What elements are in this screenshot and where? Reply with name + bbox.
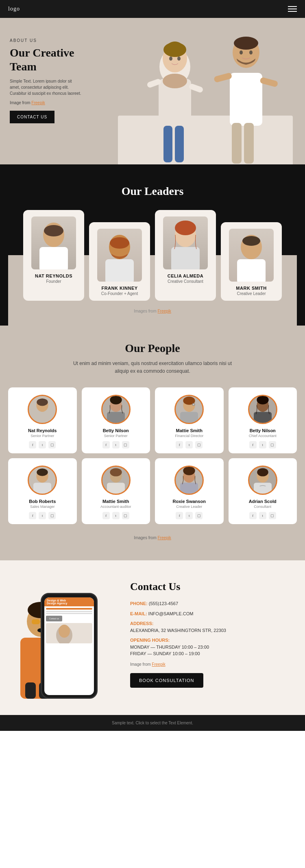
- social-icons-1: f t ▢: [86, 441, 146, 448]
- social-icons-7: f t ▢: [233, 512, 293, 519]
- svg-point-7: [168, 42, 182, 51]
- contact-us-button[interactable]: CONTACT US: [10, 111, 54, 123]
- people-card-6: Roxie Swanson Creative Leader f t ▢: [155, 458, 224, 524]
- facebook-icon-1[interactable]: f: [102, 441, 110, 448]
- people-role-3: Chief Accountant: [233, 434, 293, 438]
- people-role-6: Creative Leader: [159, 505, 220, 509]
- people-role-2: Financial Director: [159, 434, 220, 438]
- contact-email-label: E-MAIL:: [130, 611, 147, 616]
- twitter-icon-0[interactable]: t: [39, 441, 46, 448]
- facebook-icon-0[interactable]: f: [29, 441, 36, 448]
- people-name-6: Roxie Swanson: [159, 499, 220, 504]
- leader-name-frank: FRANK KINNEY: [94, 286, 145, 291]
- svg-point-55: [183, 466, 195, 475]
- instagram-icon-7[interactable]: ▢: [269, 512, 276, 519]
- contact-hours-label: OPENING HOURS:: [130, 638, 170, 643]
- leader-role-frank: Co-Founder + Agent: [94, 291, 145, 296]
- leaders-image-credit: Images from Freepik: [8, 301, 297, 326]
- people-avatar-6: [174, 466, 204, 495]
- leaders-title: Our Leaders: [8, 185, 297, 198]
- svg-rect-13: [232, 123, 242, 164]
- contact-freepik-link[interactable]: Freepik: [152, 662, 165, 667]
- instagram-icon-0[interactable]: ▢: [48, 441, 56, 448]
- people-avatar-2: [174, 395, 204, 424]
- menu-line: [288, 6, 297, 7]
- footer: Sample text. Click to select the Text El…: [0, 715, 305, 731]
- menu-button[interactable]: [288, 6, 297, 12]
- instagram-icon-5[interactable]: ▢: [122, 512, 129, 519]
- people-avatar-0: [28, 395, 57, 424]
- instagram-icon-1[interactable]: ▢: [122, 441, 129, 448]
- book-consultation-button[interactable]: BOOK CONSULTATION: [130, 673, 203, 688]
- instagram-icon-4[interactable]: ▢: [48, 512, 56, 519]
- logo: logo: [8, 6, 20, 12]
- svg-rect-51: [107, 483, 125, 494]
- twitter-icon-3[interactable]: t: [259, 441, 266, 448]
- contact-address-row: ADDRESS: ALEXANDRIA, 32 WASHINGTORN STR,…: [130, 620, 297, 634]
- svg-point-26: [110, 237, 129, 249]
- phone-content: Contact us: [44, 606, 94, 645]
- people-avatar-7: [248, 466, 277, 495]
- svg-point-9: [177, 57, 181, 61]
- svg-rect-12: [230, 73, 262, 126]
- instagram-icon-2[interactable]: ▢: [195, 441, 203, 448]
- svg-point-49: [37, 469, 48, 476]
- people-image-credit: Images from Freepik: [8, 529, 297, 552]
- hero-title: Our Creative Team: [10, 46, 83, 73]
- twitter-icon-7[interactable]: t: [259, 512, 266, 519]
- svg-rect-34: [33, 412, 51, 423]
- leaders-freepik-link[interactable]: Freepik: [158, 309, 171, 313]
- contact-phone: (555)123-4567: [149, 601, 178, 606]
- svg-rect-28: [171, 247, 200, 269]
- facebook-icon-6[interactable]: f: [176, 512, 183, 519]
- social-icons-5: f t ▢: [86, 512, 146, 519]
- people-title: Our People: [8, 342, 297, 355]
- contact-title: Contact Us: [130, 581, 297, 593]
- leader-card-mark: MARK SMITH Creative Leader: [221, 222, 282, 301]
- social-icons-6: f t ▢: [159, 512, 220, 519]
- svg-point-2: [163, 74, 187, 88]
- people-grid-row1: Nat Reynolds Senior Partner f t ▢ Betty …: [8, 387, 297, 453]
- twitter-icon-2[interactable]: t: [185, 441, 193, 448]
- svg-rect-4: [175, 126, 184, 162]
- twitter-icon-6[interactable]: t: [185, 512, 193, 519]
- svg-rect-60: [25, 682, 36, 699]
- freepik-link[interactable]: Freepik: [31, 101, 45, 105]
- people-role-1: Senior Partner: [86, 434, 146, 438]
- twitter-icon-5[interactable]: t: [112, 512, 120, 519]
- svg-rect-40: [180, 412, 198, 423]
- leader-role-mark: Creative Leader: [226, 291, 277, 296]
- svg-rect-31: [237, 259, 266, 282]
- people-name-1: Betty Nilson: [86, 428, 146, 433]
- people-card-5: Mattie Smith Accountant-auditor f t ▢: [82, 458, 150, 524]
- svg-point-8: [169, 57, 172, 61]
- people-freepik-link[interactable]: Freepik: [158, 536, 171, 540]
- facebook-icon-2[interactable]: f: [176, 441, 183, 448]
- facebook-icon-4[interactable]: f: [29, 512, 36, 519]
- instagram-icon-6[interactable]: ▢: [195, 512, 203, 519]
- svg-rect-54: [180, 483, 198, 494]
- people-description: Ut enim ad minim veniam, quis nostrud ex…: [71, 360, 234, 375]
- twitter-icon-4[interactable]: t: [39, 512, 46, 519]
- svg-rect-48: [33, 483, 51, 494]
- contact-section: Design & WebDesign Agency Contact us: [0, 560, 305, 715]
- hero-description: Simple Text. Lorem ipsum dolor sit amet,…: [10, 78, 83, 96]
- people-card-3: Betty Nilson Chief Accountant f t ▢: [229, 387, 297, 453]
- navbar: logo: [0, 0, 305, 18]
- leader-role-celia: Creative Consultant: [160, 279, 211, 284]
- leader-name-nat: NAT REYNOLDS: [28, 273, 79, 278]
- instagram-icon-3[interactable]: ▢: [269, 441, 276, 448]
- twitter-icon-1[interactable]: t: [112, 441, 120, 448]
- facebook-icon-7[interactable]: f: [249, 512, 257, 519]
- svg-point-29: [175, 221, 196, 235]
- facebook-icon-3[interactable]: f: [249, 441, 257, 448]
- people-avatar-3: [248, 395, 277, 424]
- people-avatar-4: [28, 466, 57, 495]
- facebook-icon-5[interactable]: f: [102, 512, 110, 519]
- social-icons-4: f t ▢: [12, 512, 73, 519]
- leader-avatar-mark: [229, 229, 274, 282]
- people-role-4: Sales Manager: [12, 505, 73, 509]
- people-card-2: Mattie Smith Financial Director f t ▢: [155, 387, 224, 453]
- contact-image-credit: Image from Freepik: [130, 662, 297, 667]
- people-grid-row2: Bob Roberts Sales Manager f t ▢ Mattie S…: [8, 458, 297, 524]
